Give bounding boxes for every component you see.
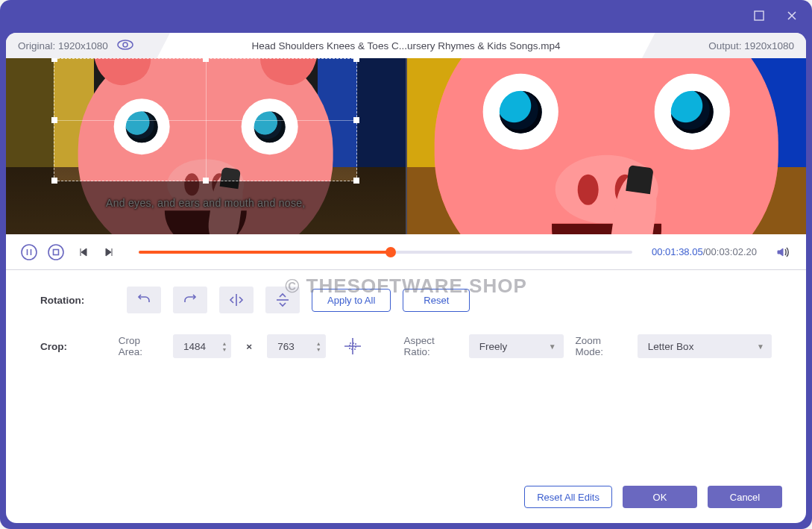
- output-resolution-label: Output: 1920x1080: [708, 40, 794, 51]
- apply-to-all-button[interactable]: Apply to All: [312, 289, 391, 312]
- times-icon: ×: [246, 341, 252, 352]
- crop-label: Crop:: [40, 341, 107, 352]
- zoom-mode-label: Zoom Mode:: [576, 335, 626, 357]
- pause-button[interactable]: [19, 242, 39, 262]
- original-resolution: Original: 1920x1080: [6, 33, 170, 58]
- video-frame-output: [407, 58, 807, 234]
- output-resolution: Output: 1920x1080: [642, 33, 806, 58]
- volume-button[interactable]: [773, 242, 793, 262]
- subtitle-text: And eyes, and ears and mouth and nose,: [6, 197, 406, 209]
- svg-point-1: [118, 40, 133, 49]
- crop-height-input[interactable]: [276, 340, 309, 353]
- rotation-row: Rotation: Apply to All Reset: [40, 287, 772, 313]
- crop-handle-tl[interactable]: [51, 58, 57, 62]
- crop-area-label: Crop Area:: [119, 335, 161, 357]
- crop-height-stepper[interactable]: ▲▼: [267, 334, 325, 358]
- crop-rectangle[interactable]: [54, 58, 357, 181]
- rotate-left-button[interactable]: [127, 287, 161, 313]
- total-time: 00:03:02.20: [705, 246, 757, 257]
- info-bar: Original: 1920x1080 Head Shoulders Knees…: [6, 33, 806, 58]
- stop-button[interactable]: [46, 242, 66, 262]
- timecode: 00:01:38.05/00:03:02.20: [652, 246, 757, 257]
- crop-handle-bl[interactable]: [51, 178, 57, 184]
- aspect-ratio-select[interactable]: Freely ▼: [469, 334, 564, 358]
- content-panel: Original: 1920x1080 Head Shoulders Knees…: [6, 33, 806, 523]
- seek-fill: [139, 251, 391, 254]
- flip-horizontal-button[interactable]: [219, 287, 254, 313]
- zoom-mode-value: Letter Box: [648, 341, 694, 352]
- svg-rect-0: [755, 11, 764, 20]
- rotate-right-button[interactable]: [173, 287, 207, 313]
- seek-thumb[interactable]: [385, 247, 396, 257]
- crop-row: Crop: Crop Area: ▲▼ × ▲▼ Aspect Ratio: F…: [40, 333, 772, 360]
- preview-output: [406, 58, 807, 234]
- reset-all-edits-button[interactable]: Reset All Edits: [524, 486, 612, 508]
- crop-handle-ml[interactable]: [51, 117, 57, 123]
- crop-width-input[interactable]: [182, 340, 215, 353]
- aspect-ratio-label: Aspect Ratio:: [403, 335, 456, 357]
- chevron-down-icon: ▼: [757, 342, 764, 351]
- center-crop-button[interactable]: [338, 333, 368, 360]
- crop-handle-tr[interactable]: [353, 58, 359, 62]
- zoom-mode-select[interactable]: Letter Box ▼: [638, 334, 772, 358]
- dialog-footer: Reset All Edits OK Cancel: [6, 475, 806, 523]
- controls-area: Rotation: Apply to All Reset Crop: Cr: [6, 270, 806, 367]
- svg-point-3: [22, 245, 37, 260]
- preview-row: And eyes, and ears and mouth and nose,: [6, 58, 806, 234]
- titlebar: [0, 0, 812, 33]
- crop-handle-bm[interactable]: [203, 178, 209, 184]
- original-resolution-label: Original: 1920x1080: [18, 40, 108, 51]
- seek-slider[interactable]: [139, 251, 632, 254]
- preview-toggle-icon[interactable]: [117, 40, 133, 52]
- aspect-ratio-value: Freely: [479, 341, 508, 352]
- crop-width-stepper[interactable]: ▲▼: [173, 334, 231, 358]
- flip-vertical-button[interactable]: [265, 287, 300, 313]
- editor-window: Rotate & Crop Effect & Filter Watermark …: [0, 0, 812, 529]
- rotation-label: Rotation:: [40, 295, 115, 306]
- ok-button[interactable]: OK: [623, 486, 697, 508]
- svg-point-2: [123, 43, 128, 47]
- crop-width-arrows[interactable]: ▲▼: [221, 341, 227, 352]
- preview-original[interactable]: And eyes, and ears and mouth and nose,: [6, 58, 406, 234]
- svg-rect-5: [54, 249, 59, 254]
- next-frame-button[interactable]: [100, 242, 119, 262]
- chevron-down-icon: ▼: [549, 342, 556, 351]
- reset-rotation-button[interactable]: Reset: [403, 289, 470, 312]
- crop-height-arrows[interactable]: ▲▼: [316, 341, 321, 352]
- cancel-button[interactable]: Cancel: [708, 486, 782, 508]
- crop-handle-tm[interactable]: [203, 58, 209, 62]
- playback-bar: 00:01:38.05/00:03:02.20: [6, 234, 806, 270]
- current-time: 00:01:38.05: [652, 246, 703, 257]
- crop-handle-mr[interactable]: [353, 117, 359, 123]
- filename-label: Head Shoulders Knees & Toes C...ursery R…: [170, 40, 642, 51]
- crop-handle-br[interactable]: [353, 178, 359, 184]
- close-button[interactable]: [781, 4, 803, 27]
- svg-point-4: [48, 245, 63, 260]
- minimize-button[interactable]: [748, 4, 770, 27]
- prev-frame-button[interactable]: [73, 242, 92, 262]
